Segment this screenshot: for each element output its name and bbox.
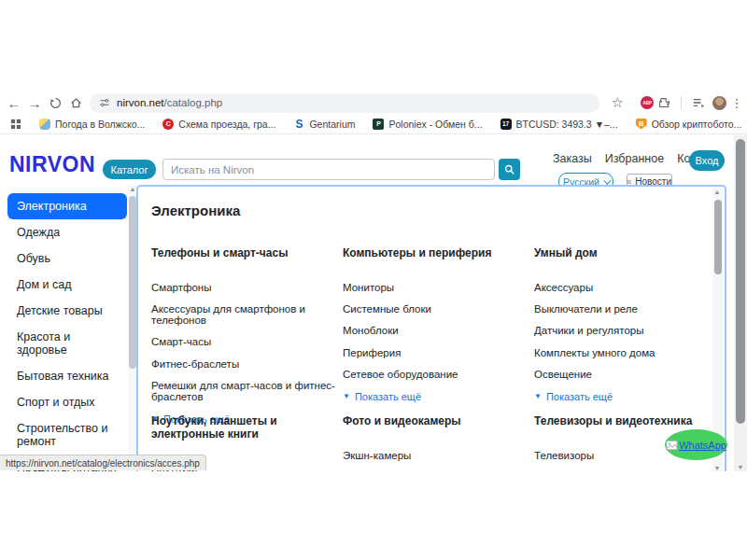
bookmarks-bar: Погода в Волжско...CСхема проезда, гра..…	[0, 114, 747, 134]
subcategory-list: АксессуарыВыключатели и релеДатчики и ре…	[534, 276, 721, 385]
bookmark-item[interactable]: Погода в Волжско...	[39, 119, 145, 130]
search-input[interactable]	[162, 159, 495, 180]
bookmark-star-icon[interactable]: ☆	[607, 92, 627, 113]
subcategory-link[interactable]: Аксессуары для смартфонов и телефонов	[151, 298, 343, 330]
show-more-link[interactable]: ▼Показать ещё	[534, 391, 721, 402]
category-group-title[interactable]: Ноутбуки, планшеты и электронные книги	[151, 414, 343, 441]
panel-scroll-down-icon[interactable]: ▼	[712, 465, 722, 471]
tradingview-favicon-icon: 17	[500, 119, 512, 130]
search-icon	[504, 164, 514, 175]
panel-icon	[692, 97, 705, 108]
reading-list-icon[interactable]	[688, 92, 709, 113]
url-text: nirvon.net/catalog.php	[117, 97, 222, 108]
bookmark-label: BTCUSD: 3493.3 ▼–...	[516, 119, 618, 130]
apps-grid-icon[interactable]	[6, 114, 26, 134]
category-group: Фото и видеокамерыЭкшн-камеры	[343, 414, 534, 471]
sidebar-item[interactable]: Спорт и отдых	[7, 389, 127, 415]
site-settings-icon	[99, 97, 110, 108]
triangle-down-icon: ▼	[343, 392, 350, 400]
subcategory-link[interactable]: Аксессуары	[534, 276, 721, 298]
status-url: https://nirvon.net/catalog/electronics/a…	[6, 458, 200, 469]
subcategory-link[interactable]: Комплекты умного дома	[534, 342, 721, 363]
bookmark-item[interactable]: PPoloniex - Обмен б...	[373, 119, 482, 130]
home-button[interactable]	[65, 92, 86, 113]
grid-icon	[10, 119, 21, 130]
subcategory-link[interactable]: Смарт-часы	[151, 331, 343, 353]
extensions-puzzle-icon[interactable]	[654, 92, 674, 113]
subcategory-link[interactable]: Ремешки для смарт-часов и фитнес-браслет…	[151, 375, 343, 408]
sidebar-item[interactable]: Одежда	[7, 219, 127, 245]
subcategory-link[interactable]: Выключатели и реле	[534, 298, 721, 319]
page-scrollbar[interactable]: ▼	[734, 135, 747, 471]
show-more-label: Показать ещё	[546, 391, 613, 402]
category-group-title[interactable]: Телевизоры и видеотехника	[534, 414, 721, 427]
category-group-title[interactable]: Умный дом	[534, 246, 721, 259]
subcategory-link[interactable]: Смартфоны	[151, 276, 343, 298]
sidebar-item[interactable]: Дом и сад	[7, 272, 127, 298]
subcategory-link[interactable]: Сетевое оборудование	[343, 364, 534, 385]
header-link-избранное[interactable]: Избранное	[605, 152, 664, 165]
login-button[interactable]: Вход	[689, 150, 725, 171]
reload-icon	[49, 97, 62, 109]
category-sidebar: ЭлектроникаОдеждаОбувьДом и садДетские т…	[0, 193, 128, 471]
catalog-title: Электроника	[151, 203, 240, 218]
category-group: Умный домАксессуарыВыключатели и релеДат…	[534, 246, 721, 414]
search-button[interactable]	[499, 159, 520, 180]
bookmark-item[interactable]: BОбзор криптобото...	[636, 119, 742, 130]
subcategory-list: МониторыСистемные блокиМоноблокиПерифери…	[343, 276, 534, 385]
sidebar-item[interactable]: Строительство и ремонт	[7, 415, 127, 455]
bookmark-item[interactable]: SGentarium	[293, 119, 355, 130]
reload-button[interactable]	[45, 92, 65, 113]
show-more-label: Показать ещё	[355, 391, 421, 402]
whatsapp-label: WhatsApp	[679, 440, 726, 451]
catalog-button[interactable]: Каталог	[103, 160, 156, 179]
home-icon	[70, 97, 82, 109]
page-scroll-down-icon[interactable]: ▼	[734, 464, 747, 470]
site-logo[interactable]: NIRVON	[9, 152, 95, 177]
sidebar-item[interactable]: Красота и здоровье	[7, 324, 127, 363]
back-button[interactable]: ←	[4, 92, 24, 113]
address-bar[interactable]: nirvon.net/catalog.php	[90, 93, 599, 113]
broken-image-icon	[666, 440, 678, 451]
sidebar-item[interactable]: Обувь	[7, 245, 127, 272]
panel-scroll-up-icon[interactable]: ▲	[712, 189, 722, 195]
subcategory-link[interactable]: Мониторы	[343, 276, 534, 298]
category-group-title[interactable]: Компьютеры и периферия	[343, 246, 534, 259]
poloniex-favicon-icon: P	[373, 119, 384, 130]
chrome-menu-icon[interactable]: ⋮	[726, 92, 747, 113]
page-scroll-thumb[interactable]	[736, 139, 745, 424]
status-bar: https://nirvon.net/catalog/electronics/a…	[0, 455, 206, 470]
subcategory-link[interactable]: Системные блоки	[343, 298, 534, 319]
adblock-extension-icon[interactable]: ABP	[641, 96, 654, 109]
header-link-заказы[interactable]: Заказы	[553, 152, 592, 165]
bookmark-label: Погода в Волжско...	[55, 119, 145, 130]
profile-avatar[interactable]	[712, 96, 726, 110]
panel-scrollbar[interactable]: ▲ ▼	[712, 188, 723, 471]
weather-favicon-icon	[39, 119, 50, 130]
bookmark-label: Обзор криптобото...	[652, 119, 742, 130]
bookmark-label: Gentarium	[309, 119, 355, 130]
subcategory-link[interactable]: Фитнес-браслеты	[151, 353, 343, 374]
sidebar-item[interactable]: Электроника	[7, 193, 127, 219]
sidebar-item[interactable]: Бытовая техника	[7, 363, 127, 389]
sidebar-scroll-thumb[interactable]	[129, 196, 136, 369]
subcategory-link[interactable]: Освещение	[534, 364, 721, 385]
category-group-title[interactable]: Фото и видеокамеры	[343, 414, 534, 427]
bookmarks-list: Погода в Волжско...CСхема проезда, гра..…	[39, 119, 747, 130]
sidebar-item[interactable]: Детские товары	[7, 298, 127, 324]
subcategory-link[interactable]: Экшн-камеры	[343, 444, 534, 466]
catalog-mega-menu: Электроника Телефоны и смарт-часыСмартфо…	[136, 185, 726, 471]
forward-button[interactable]: →	[24, 92, 45, 113]
gentarium-favicon-icon: S	[293, 119, 304, 130]
subcategory-link[interactable]: Моноблоки	[343, 320, 534, 342]
whatsapp-button[interactable]: WhatsApp	[665, 429, 727, 460]
web-page: NIRVON Каталог ЗаказыИзбранноеКорзина Вх…	[0, 135, 747, 471]
category-group-title[interactable]: Телефоны и смарт-часы	[151, 246, 343, 259]
panel-scroll-thumb[interactable]	[714, 200, 722, 274]
bookmark-item[interactable]: 17BTCUSD: 3493.3 ▼–...	[500, 119, 618, 130]
show-more-link[interactable]: ▼Показать ещё	[343, 391, 534, 402]
subcategory-link[interactable]: Датчики и регуляторы	[534, 320, 721, 342]
bookmark-item[interactable]: CСхема проезда, гра...	[162, 119, 275, 130]
subcategory-link[interactable]: Периферия	[343, 342, 534, 363]
route-favicon-icon: C	[162, 119, 174, 130]
